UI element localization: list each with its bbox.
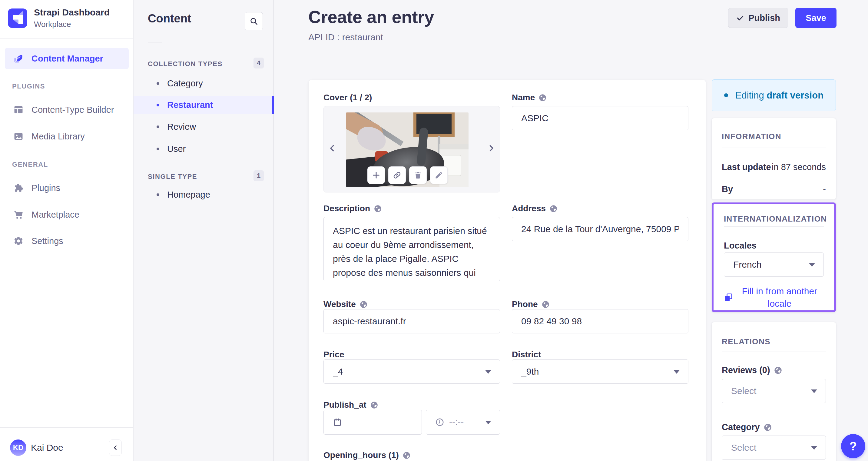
last-update-label: Last update xyxy=(722,162,771,172)
plus-icon xyxy=(372,171,380,179)
subnav-divider xyxy=(148,42,162,42)
price-value: _4 xyxy=(333,367,343,377)
internationalization-card: INTERNATIONALIZATION Locales French Fill… xyxy=(712,202,836,312)
draft-status-banner: Editing draft version xyxy=(712,79,836,111)
description-field-label: Description xyxy=(323,202,500,214)
phone-input[interactable]: 09 82 49 30 98 xyxy=(512,309,688,334)
edit-asset-button[interactable] xyxy=(430,166,447,184)
subnav-item-review[interactable]: Review xyxy=(133,118,274,136)
field-label-text: Publish_at xyxy=(323,400,367,410)
avatar[interactable]: KD xyxy=(10,439,26,456)
puzzle-icon xyxy=(13,183,24,193)
copy-icon xyxy=(724,293,733,302)
price-field-label: Price xyxy=(323,349,500,361)
chevron-left-icon xyxy=(112,444,119,451)
subnav-item-restaurant[interactable]: Restaurant xyxy=(133,96,274,114)
reviews-select[interactable]: Select xyxy=(722,379,826,403)
group-collection-types: COLLECTION TYPES xyxy=(148,60,223,68)
publish-button[interactable]: Publish xyxy=(728,8,788,28)
locale-select[interactable]: French xyxy=(724,253,824,277)
address-input[interactable]: 24 Rue de la Tour d'Auvergne, 75009 Pari… xyxy=(512,217,688,241)
sidebar-item-marketplace[interactable]: Marketplace xyxy=(0,205,133,224)
sidebar-item-plugins[interactable]: Plugins xyxy=(0,178,133,198)
carousel-prev-button[interactable] xyxy=(325,139,340,158)
sidebar-item-content-manager[interactable]: Content Manager xyxy=(5,48,129,69)
field-label-text: Price xyxy=(323,350,344,359)
save-button[interactable]: Save xyxy=(795,8,837,28)
website-input[interactable]: aspic-restaurant.fr xyxy=(323,309,500,334)
district-select[interactable]: _9th xyxy=(512,359,688,384)
copy-link-button[interactable] xyxy=(388,166,406,184)
content-subnav: Content COLLECTION TYPES 4 Category Rest… xyxy=(133,0,274,461)
app-sidebar: Strapi Dashboard Workplace Content Manag… xyxy=(0,0,133,461)
bullet-icon xyxy=(157,125,159,128)
strapi-logo-icon xyxy=(8,8,27,28)
reviews-field-label: Reviews (0) xyxy=(722,365,782,375)
address-value: 24 Rue de la Tour d'Auvergne, 75009 Pari… xyxy=(521,224,679,234)
caret-down-icon xyxy=(674,370,680,374)
trash-icon xyxy=(414,171,422,179)
phone-field-label: Phone xyxy=(512,298,688,310)
publish-label: Publish xyxy=(748,13,780,23)
pencil-icon xyxy=(435,171,443,179)
field-label-text: Description xyxy=(323,204,370,213)
cart-icon xyxy=(13,209,24,220)
subnav-item-label: Review xyxy=(167,122,196,132)
carousel-next-button[interactable] xyxy=(484,139,498,158)
category-select[interactable]: Select xyxy=(722,436,826,460)
subnav-item-label: User xyxy=(167,144,186,154)
fill-from-locale-link[interactable]: Fill in from another locale xyxy=(724,285,824,310)
feather-edit-icon xyxy=(13,53,24,64)
description-textarea[interactable]: ASPIC est un restaurant parisien situé a… xyxy=(323,217,500,281)
subnav-item-user[interactable]: User xyxy=(133,140,274,157)
name-field-label: Name xyxy=(512,91,688,104)
subnav-item-homepage[interactable]: Homepage xyxy=(133,186,274,203)
name-input[interactable]: ASPIC xyxy=(512,106,688,130)
draft-banner-text: Editing draft version xyxy=(735,90,824,101)
cover-carousel xyxy=(323,106,500,193)
group-single-type: SINGLE TYPE xyxy=(148,173,197,181)
divider xyxy=(724,226,824,227)
collapse-sidebar-button[interactable] xyxy=(109,439,122,456)
publish-at-time-input[interactable]: --:-- xyxy=(426,410,500,435)
fill-from-locale-label: Fill in from another locale xyxy=(735,285,824,310)
field-label-text: Reviews (0) xyxy=(722,365,770,375)
add-asset-button[interactable] xyxy=(367,166,385,184)
globe-icon xyxy=(549,205,558,213)
cover-field-label: Cover (1 / 2) xyxy=(323,91,500,104)
clock-icon xyxy=(435,417,444,427)
api-id-subtitle: API ID : restaurant xyxy=(308,32,383,42)
gear-icon xyxy=(13,236,24,246)
locales-label: Locales xyxy=(724,241,756,251)
delete-asset-button[interactable] xyxy=(409,166,427,184)
phone-value: 09 82 49 30 98 xyxy=(521,316,582,326)
save-label: Save xyxy=(806,13,826,23)
sidebar-item-content-type-builder[interactable]: Content-Type Builder xyxy=(0,100,133,119)
sidebar-item-label: Media Library xyxy=(31,132,85,142)
search-button[interactable] xyxy=(245,12,263,30)
opening-hours-field-label: Opening_hours (1) xyxy=(323,449,500,461)
price-select[interactable]: _4 xyxy=(323,359,500,384)
publish-at-date-input[interactable] xyxy=(323,410,422,435)
sidebar-footer-divider xyxy=(0,427,133,428)
by-value: - xyxy=(823,184,826,194)
sidebar-item-settings[interactable]: Settings xyxy=(0,231,133,251)
sidebar-section-general: GENERAL xyxy=(12,161,48,169)
website-value: aspic-restaurant.fr xyxy=(333,316,406,326)
district-field-label: District xyxy=(512,349,688,361)
subnav-item-category[interactable]: Category xyxy=(133,75,274,92)
status-dot-icon xyxy=(724,93,728,97)
sidebar-item-label: Plugins xyxy=(31,183,60,193)
field-label-text: Opening_hours (1) xyxy=(323,451,399,460)
single-type-count-badge: 1 xyxy=(253,170,264,181)
caret-down-icon xyxy=(809,263,815,267)
sidebar-item-media-library[interactable]: Media Library xyxy=(0,127,133,146)
field-label-text: Phone xyxy=(512,299,538,309)
subnav-item-label: Category xyxy=(167,79,203,88)
globe-icon xyxy=(360,300,368,309)
field-label-text: Name xyxy=(512,93,535,103)
information-title: INFORMATION xyxy=(722,132,781,141)
time-placeholder: --:-- xyxy=(449,417,464,427)
bullet-icon xyxy=(157,148,159,150)
help-button[interactable]: ? xyxy=(841,434,865,458)
